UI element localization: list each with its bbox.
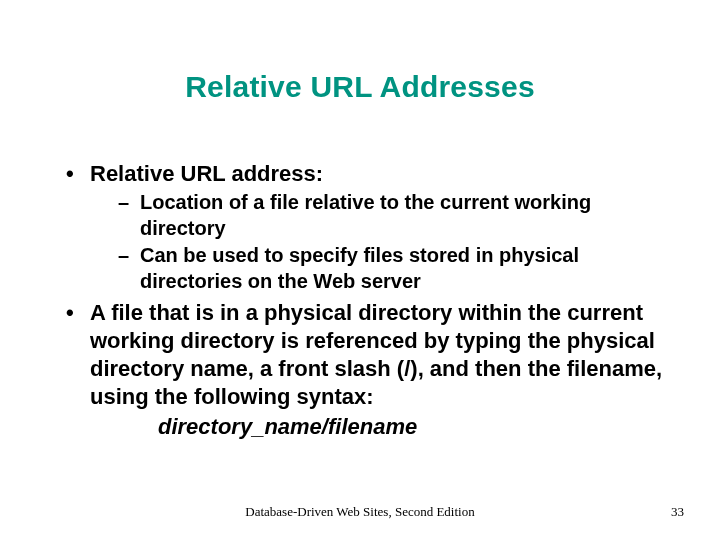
bullet-text: A file that is in a physical directory w… [90,300,662,409]
bullet-item: Relative URL address: Location of a file… [70,160,672,295]
sub-bullet-item: Can be used to specify files stored in p… [122,243,672,294]
slide: Relative URL Addresses Relative URL addr… [0,0,720,540]
bullet-list-level2: Location of a file relative to the curre… [90,190,672,294]
page-number: 33 [671,504,684,520]
bullet-item: A file that is in a physical directory w… [70,299,672,442]
sub-bullet-text: Location of a file relative to the curre… [140,191,591,239]
footer-source: Database-Driven Web Sites, Second Editio… [0,504,720,520]
syntax-example: directory_name/filename [90,413,672,441]
sub-bullet-text: Can be used to specify files stored in p… [140,244,579,292]
sub-bullet-item: Location of a file relative to the curre… [122,190,672,241]
bullet-text: Relative URL address: [90,161,323,186]
bullet-list-level1: Relative URL address: Location of a file… [48,160,672,441]
slide-title: Relative URL Addresses [48,70,672,104]
